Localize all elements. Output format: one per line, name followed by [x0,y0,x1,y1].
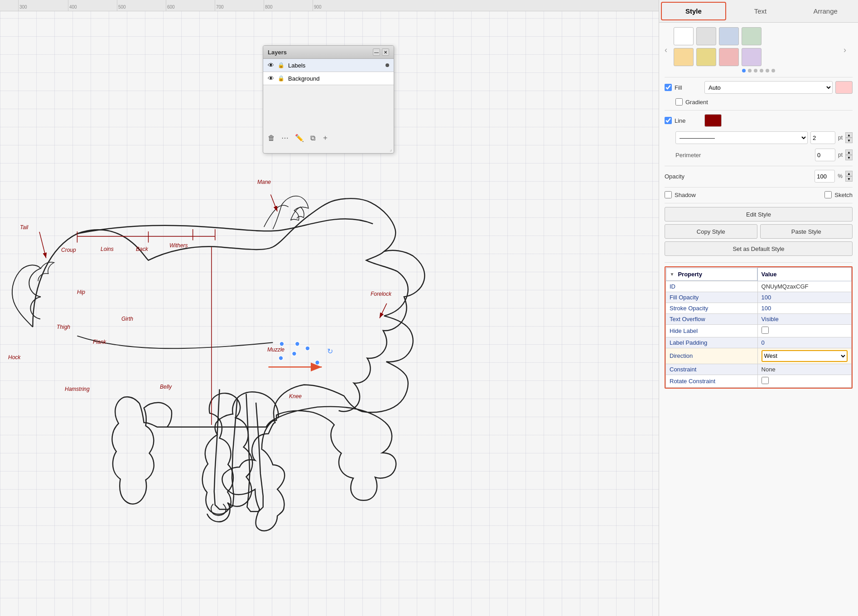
layers-empty-area [263,85,394,130]
svg-text:↻: ↻ [327,347,333,355]
prop-rotateconstraint-value[interactable] [757,375,851,387]
svg-point-6 [315,361,320,365]
layer-duplicate-btn[interactable]: ⧉ [310,134,315,142]
layer-item-labels[interactable]: 👁 🔒 Labels [263,59,394,72]
divider-2 [665,110,853,111]
line-style-dropdown[interactable]: —————— [675,131,808,144]
swatch-next-btn[interactable]: › [844,45,853,55]
swatch-dot-6[interactable] [771,69,775,72]
opacity-unit-label: % [838,173,843,179]
layer-more-btn[interactable]: ⋯ [281,134,289,142]
table-row: ID QNUyMQzaxCGF [666,281,852,292]
layer-visibility-icon-labels[interactable]: 👁 [268,62,274,69]
svg-line-10 [380,303,387,318]
spin-up-btn[interactable]: ▲ [845,132,853,138]
layer-item-background[interactable]: 👁 🔒 Background [263,72,394,85]
swatch-lightgray[interactable] [696,27,716,45]
tab-bar: Style Text Arrange [659,0,858,23]
table-row: Direction West North South East [666,348,852,364]
swatch-dot-3[interactable] [754,69,757,72]
layer-lock-icon-bg[interactable]: 🔒 [278,75,284,82]
prop-direction-value[interactable]: West North South East [757,348,851,364]
prop-fillopacity-name: Fill Opacity [666,292,758,303]
swatch-dot-2[interactable] [748,69,752,72]
style-panel: ‹ [659,23,858,616]
prop-labelpadding-value: 0 [757,337,851,348]
line-checkbox[interactable] [665,117,672,124]
layer-edit-btn[interactable]: ✏️ [295,134,304,142]
line-pt-input[interactable]: 2 [810,131,835,144]
svg-line-9 [270,194,277,211]
layers-resize-handle[interactable]: ⌟ [263,145,394,153]
rotate-constraint-checkbox[interactable] [762,377,769,384]
paste-style-button[interactable]: Paste Style [760,224,853,239]
layer-add-btn[interactable]: ＋ [322,133,329,143]
tab-style[interactable]: Style [661,2,726,20]
shadow-checkbox[interactable] [665,191,672,198]
swatch-dot-5[interactable] [766,69,769,72]
direction-select[interactable]: West North South East [762,350,848,362]
sketch-label: Sketch [834,192,853,198]
fill-type-dropdown[interactable]: Auto [704,81,833,94]
sketch-checkbox[interactable] [824,191,832,198]
fill-label: Fill [675,84,702,91]
line-pt-spinner[interactable]: ▲ ▼ [845,132,853,143]
divider-6 [665,262,853,263]
prop-textoverflow-name: Text Overflow [666,313,758,324]
swatch-lightgreen[interactable] [742,27,762,45]
property-col-header: ▼ Property [666,268,757,281]
table-row: Rotate Constraint [666,375,852,387]
layers-panel: Layers — ✕ 👁 🔒 Labels 👁 🔒 Background [263,45,394,154]
opacity-spin-down[interactable]: ▼ [845,176,853,182]
prop-strokeopacity-value: 100 [757,303,851,313]
swatch-row-2 [674,48,844,66]
opacity-spinner[interactable]: ▲ ▼ [845,171,853,182]
table-row: Text Overflow Visible [666,313,852,324]
swatch-dot-1[interactable] [742,69,746,72]
swatch-row-1 [674,27,844,45]
copy-style-button[interactable]: Copy Style [665,224,757,239]
edit-style-button[interactable]: Edit Style [665,207,853,221]
gradient-label: Gradient [685,99,708,106]
swatch-lightpurple[interactable] [742,48,762,66]
fill-checkbox[interactable] [665,84,672,91]
layer-visibility-icon-bg[interactable]: 👁 [268,75,274,82]
layers-minimize-btn[interactable]: — [373,48,380,56]
gradient-checkbox[interactable] [675,98,683,106]
swatch-white[interactable] [674,27,694,45]
swatch-lightblue[interactable] [719,27,739,45]
perimeter-spinner[interactable]: ▲ ▼ [845,149,853,160]
hide-label-checkbox[interactable] [762,327,769,334]
layers-close-btn[interactable]: ✕ [382,48,389,56]
label-knee: Knee [289,393,302,399]
canvas-area[interactable]: 300 400 500 600 700 800 900 [0,0,659,616]
set-default-style-button[interactable]: Set as Default Style [665,241,853,256]
ruler-mark-700: 700 [215,0,224,11]
svg-point-2 [295,342,299,346]
swatch-lightyellow[interactable] [696,48,716,66]
spin-down-btn[interactable]: ▼ [845,138,853,143]
swatch-prev-btn[interactable]: ‹ [665,45,674,55]
line-color-swatch[interactable] [704,114,722,127]
ruler-mark-900: 900 [313,0,322,11]
fill-color-swatch[interactable] [835,81,853,94]
perimeter-spin-up[interactable]: ▲ [845,149,853,155]
prop-textoverflow-value: Visible [757,313,851,324]
swatch-dot-4[interactable] [760,69,763,72]
layer-delete-btn[interactable]: 🗑 [268,134,275,142]
tab-text[interactable]: Text [728,0,793,22]
layers-title: Layers [268,49,287,56]
table-row: Constraint None [666,364,852,375]
tab-arrange[interactable]: Arrange [793,0,858,22]
swatch-lightorange[interactable] [674,48,694,66]
layers-title-bar: Layers — ✕ [263,46,394,59]
swatches-area [674,27,844,72]
opacity-spin-up[interactable]: ▲ [845,171,853,176]
layer-name-background: Background [288,75,389,82]
layer-lock-icon-labels[interactable]: 🔒 [278,62,284,68]
label-girth: Girth [121,316,133,322]
perimeter-spin-down[interactable]: ▼ [845,155,853,160]
prop-hidelabel-value[interactable] [757,324,851,337]
ruler-mark-800: 800 [264,0,273,11]
swatch-lightpink[interactable] [719,48,739,66]
